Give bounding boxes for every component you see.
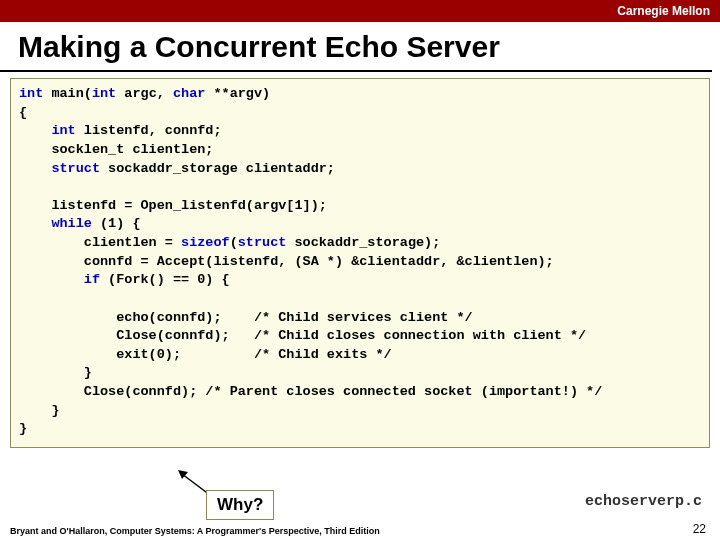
code-text: sockaddr_storage); (286, 235, 440, 250)
code-text: } (19, 403, 60, 418)
why-callout: Why? (206, 490, 274, 520)
code-text: listenfd, connfd; (76, 123, 222, 138)
kw-struct: struct (51, 161, 100, 176)
code-text: listenfd = Open_listenfd(argv[1]); (19, 198, 327, 213)
code-text: exit(0); /* Child exits */ (19, 347, 392, 362)
kw-int: int (51, 123, 75, 138)
filename-label: echoserverp.c (585, 493, 702, 510)
footer-citation: Bryant and O'Hallaron, Computer Systems:… (10, 526, 380, 536)
code-text (19, 123, 51, 138)
code-text: } (19, 365, 92, 380)
kw-char: char (173, 86, 205, 101)
institution-label: Carnegie Mellon (617, 4, 710, 18)
kw-while: while (51, 216, 92, 231)
code-text: connfd = Accept(listenfd, (SA *) &client… (19, 254, 554, 269)
code-text: ( (230, 235, 238, 250)
code-text (19, 216, 51, 231)
kw-if: if (84, 272, 100, 287)
code-text (19, 161, 51, 176)
header-bar: Carnegie Mellon (0, 0, 720, 22)
code-text: socklen_t clientlen; (19, 142, 213, 157)
code-text: (Fork() == 0) { (100, 272, 230, 287)
code-text: argc, (116, 86, 173, 101)
page-number: 22 (693, 522, 706, 536)
code-text: **argv) (205, 86, 270, 101)
code-text: sockaddr_storage clientaddr; (100, 161, 335, 176)
code-block: int main(int argc, char **argv) { int li… (10, 78, 710, 448)
code-text: main( (43, 86, 92, 101)
kw-struct: struct (238, 235, 287, 250)
kw-sizeof: sizeof (181, 235, 230, 250)
code-text: { (19, 105, 27, 120)
code-text: } (19, 421, 27, 436)
code-text: echo(connfd); /* Child services client *… (19, 310, 473, 325)
code-text (19, 272, 84, 287)
slide-title: Making a Concurrent Echo Server (0, 22, 712, 72)
kw-int: int (92, 86, 116, 101)
kw-int: int (19, 86, 43, 101)
code-text: clientlen = (19, 235, 181, 250)
code-text: (1) { (92, 216, 141, 231)
code-text: Close(connfd); /* Child closes connectio… (19, 328, 586, 343)
code-text: Close(connfd); /* Parent closes connecte… (19, 384, 602, 399)
